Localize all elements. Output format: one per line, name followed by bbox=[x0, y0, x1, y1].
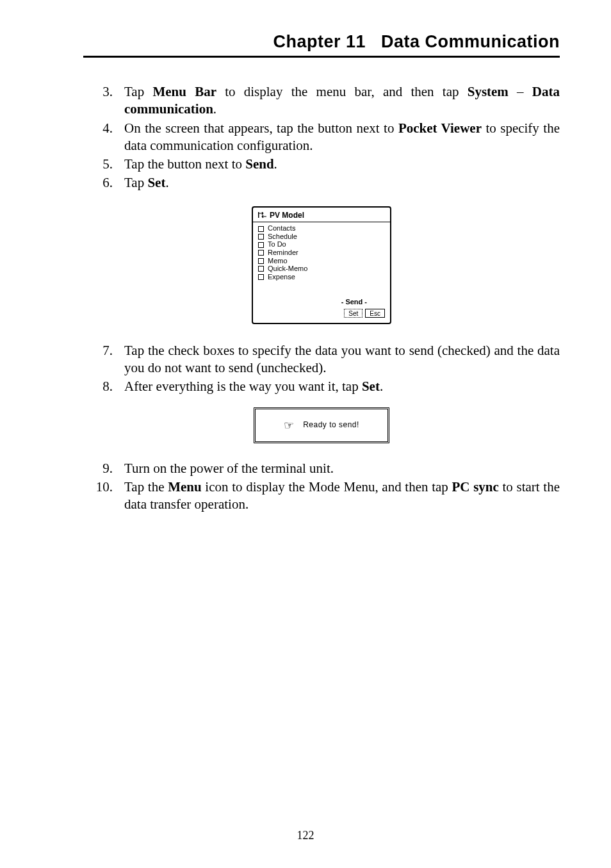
step-body: Tap Set. bbox=[124, 174, 560, 192]
step-body: Tap the check boxes to specify the data … bbox=[124, 342, 560, 377]
option-label: To Do bbox=[268, 241, 286, 249]
step-number: 5. bbox=[83, 156, 124, 173]
step-5: 5. Tap the button next to Send. bbox=[83, 156, 560, 173]
checkbox-icon[interactable] bbox=[258, 226, 264, 232]
step-body: Tap Menu Bar to display the menu bar, an… bbox=[124, 83, 560, 119]
step-body: After everything is the way you want it,… bbox=[124, 378, 560, 395]
page-number: 122 bbox=[0, 829, 611, 842]
step-8: 8. After everything is the way you want … bbox=[83, 378, 560, 395]
option-label: Schedule bbox=[268, 233, 297, 241]
checkbox-icon[interactable] bbox=[258, 250, 264, 256]
option-reminder[interactable]: Reminder bbox=[258, 249, 385, 257]
step-number: 9. bbox=[83, 460, 124, 477]
step-3: 3. Tap Menu Bar to display the menu bar,… bbox=[83, 83, 560, 119]
checkbox-icon[interactable] bbox=[258, 266, 264, 272]
step-7: 7. Tap the check boxes to specify the da… bbox=[83, 342, 560, 377]
instructions-list: 3. Tap Menu Bar to display the menu bar,… bbox=[83, 83, 560, 514]
set-button[interactable]: Set bbox=[344, 309, 363, 318]
step-number: 4. bbox=[83, 120, 124, 155]
screen-title-row: PV Model bbox=[258, 211, 385, 220]
device-screen-ready: ☞ Ready to send! bbox=[254, 407, 389, 443]
pointing-hand-icon: ☞ bbox=[284, 420, 294, 431]
option-label: Memo bbox=[268, 258, 288, 265]
divider bbox=[253, 222, 390, 222]
step-number: 8. bbox=[83, 378, 124, 395]
step-4: 4. On the screen that appears, tap the b… bbox=[83, 120, 560, 155]
step-body: On the screen that appears, tap the butt… bbox=[124, 120, 560, 155]
ready-message: Ready to send! bbox=[303, 420, 359, 430]
checkbox-icon[interactable] bbox=[258, 234, 264, 240]
checkbox-icon[interactable] bbox=[258, 258, 264, 264]
option-label: Reminder bbox=[268, 249, 298, 257]
step-body: Tap the button next to Send. bbox=[124, 156, 560, 173]
option-label: Expense bbox=[268, 274, 295, 281]
step-number: 3. bbox=[83, 83, 124, 119]
step-body: Tap the Menu icon to display the Mode Me… bbox=[124, 479, 560, 514]
option-label: Contacts bbox=[268, 225, 295, 233]
option-contacts[interactable]: Contacts bbox=[258, 225, 385, 233]
option-label: Quick-Memo bbox=[268, 265, 307, 273]
step-number: 7. bbox=[83, 342, 124, 377]
option-expense[interactable]: Expense bbox=[258, 274, 385, 281]
step-9: 9. Turn on the power of the terminal uni… bbox=[83, 460, 560, 477]
step-6: 6. Tap Set. bbox=[83, 174, 560, 192]
option-memo[interactable]: Memo bbox=[258, 258, 385, 265]
screen-title: PV Model bbox=[270, 211, 304, 220]
mode-label: - Send - bbox=[258, 299, 385, 306]
chapter-header: Chapter 11 Data Communication bbox=[83, 32, 560, 58]
device-screen-pv-model: PV Model Contacts Schedule To Do bbox=[252, 206, 391, 324]
step-number: 10. bbox=[83, 479, 124, 514]
option-todo[interactable]: To Do bbox=[258, 241, 385, 249]
checkbox-icon[interactable] bbox=[258, 242, 264, 248]
checkbox-icon[interactable] bbox=[258, 274, 264, 280]
option-quickmemo[interactable]: Quick-Memo bbox=[258, 265, 385, 273]
svg-rect-0 bbox=[258, 212, 259, 218]
option-schedule[interactable]: Schedule bbox=[258, 233, 385, 241]
chapter-number: Chapter 11 bbox=[273, 32, 366, 51]
options-list: Contacts Schedule To Do Reminder Memo bbox=[258, 225, 385, 281]
step-number: 6. bbox=[83, 174, 124, 192]
step-10: 10. Tap the Menu icon to display the Mod… bbox=[83, 479, 560, 514]
button-row: Set Esc bbox=[258, 309, 385, 318]
esc-button[interactable]: Esc bbox=[365, 309, 385, 318]
transfer-arrows-icon bbox=[258, 212, 267, 218]
chapter-title: Data Communication bbox=[381, 32, 560, 51]
step-body: Turn on the power of the terminal unit. bbox=[124, 460, 560, 477]
